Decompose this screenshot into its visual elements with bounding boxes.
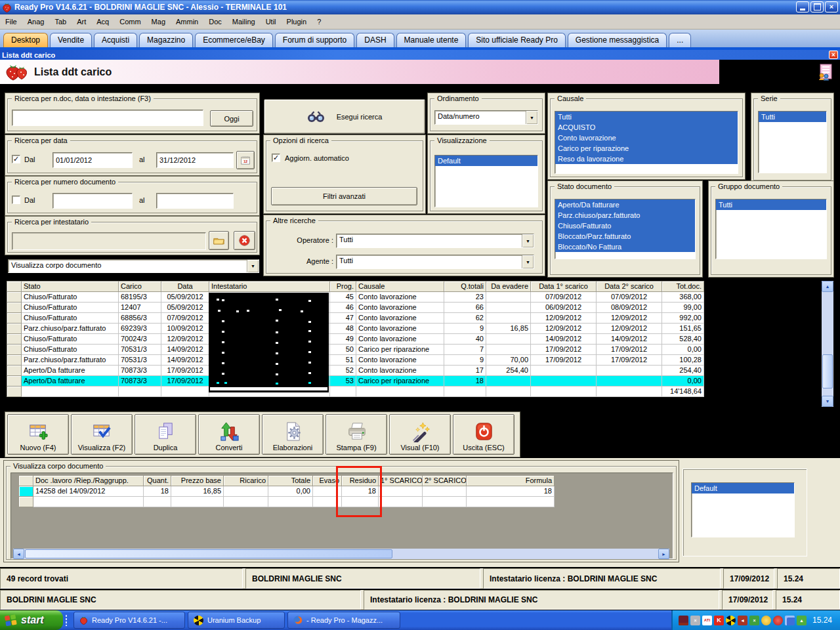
document-users-icon[interactable] (817, 64, 833, 81)
corpo-side-listbox[interactable]: Default (691, 482, 795, 537)
tab-sito[interactable]: Sito ufficiale Ready Pro (468, 33, 566, 47)
menu-help[interactable]: ? (312, 16, 326, 28)
column-header[interactable]: Tot.doc. (662, 282, 704, 292)
table-vscrollbar[interactable]: ▲ ▼ (822, 281, 833, 407)
stampa-button[interactable]: Stampa (F9) (326, 414, 387, 455)
column-header[interactable]: 2° SCARICO (423, 476, 467, 486)
menu-art[interactable]: Art (72, 16, 91, 28)
volume-icon[interactable]: ◄ (738, 616, 747, 625)
row-selector[interactable] (19, 486, 33, 497)
list-item[interactable]: Conto lavorazione (555, 133, 738, 143)
column-header[interactable]: Data 2° scarico (597, 282, 662, 292)
tab-manuale[interactable]: Manuale utente (396, 33, 467, 47)
number-from-checkbox[interactable] (12, 196, 20, 204)
chevron-down-icon[interactable]: ▼ (247, 260, 259, 272)
tab-messaggistica[interactable]: Gestione messaggistica (568, 33, 667, 47)
execute-search-button[interactable]: Esegui ricerca (264, 99, 425, 134)
column-header[interactable]: Da evadere (486, 282, 531, 292)
tab-forum[interactable]: Forum di supporto (275, 33, 354, 47)
scroll-down-icon[interactable]: ▼ (822, 396, 833, 407)
list-item[interactable]: Bloccato/No Fattura (555, 242, 695, 252)
close-button[interactable]: × (825, 1, 838, 12)
scroll-up-icon[interactable]: ▲ (822, 281, 833, 292)
table-row[interactable]: Chiuso/Fatturato68195/305/09/201245Conto… (7, 292, 704, 303)
clear-intestatario-button[interactable] (234, 231, 255, 250)
column-header[interactable]: Ricarico (224, 476, 268, 486)
menu-acq[interactable]: Acq (91, 16, 114, 28)
intestatario-input[interactable] (12, 232, 206, 250)
list-item[interactable]: Tutti (555, 112, 738, 122)
column-header[interactable]: Q.totali (444, 282, 486, 292)
taskbar-task-firefox[interactable]: - Ready Pro - Magazz... (287, 612, 400, 629)
row-selector[interactable] (7, 387, 22, 397)
menu-doc[interactable]: Doc (203, 16, 227, 28)
list-item[interactable]: Parz.chiuso/parz.fatturato (555, 210, 695, 220)
column-header[interactable] (19, 476, 33, 486)
visualizza-button[interactable]: Visualizza (F2) (71, 414, 133, 455)
table-row[interactable]: Aperto/Da fatturare70873/317/09/201253Ca… (7, 376, 704, 387)
row-selector[interactable] (7, 303, 22, 313)
tab-desktop[interactable]: Desktop (3, 33, 48, 47)
hscroll-thumb[interactable] (25, 549, 392, 558)
causale-listbox[interactable]: Tutti ACQUISTO Conto lavorazione Carico … (555, 111, 738, 174)
network-icon[interactable] (785, 616, 795, 625)
list-item[interactable]: ACQUISTO (555, 122, 738, 133)
menu-file[interactable]: File (0, 16, 22, 28)
auto-update-checkbox[interactable]: ✓ (272, 154, 280, 162)
table-row[interactable]: 14'148,64 (7, 387, 704, 397)
scroll-left-icon[interactable]: ◄ (13, 549, 24, 559)
list-item[interactable]: Default (435, 156, 537, 166)
column-header[interactable]: Stato (22, 282, 119, 292)
list-item[interactable]: Bloccato/Parz.fatturato (555, 231, 695, 242)
advanced-filters-button[interactable]: Filtri avanzati (271, 187, 417, 205)
table-row[interactable]: Parz.chiuso/parz.fatturato69239/310/09/2… (7, 324, 704, 334)
nuovo-button[interactable]: Nuovo (F4) (7, 414, 69, 455)
elaborazioni-button[interactable]: Elaborazioni (262, 414, 324, 455)
search-doc-input[interactable] (12, 110, 203, 126)
list-item[interactable]: Tutti (716, 200, 826, 210)
list-item[interactable]: Reso da lavorazione (555, 154, 738, 164)
row-selector[interactable] (7, 376, 22, 387)
messenger-offline-icon[interactable]: × (749, 616, 759, 625)
inactive-gray-icon[interactable]: × (690, 616, 700, 625)
table-row[interactable]: Parz.chiuso/parz.fatturato70531/314/09/2… (7, 355, 704, 366)
kaspersky-icon[interactable]: K (714, 616, 724, 625)
uscita-button[interactable]: Uscita (ESC) (453, 414, 514, 455)
visualizzazione-listbox[interactable]: Default (434, 155, 538, 207)
today-button[interactable]: Oggi (210, 110, 253, 127)
column-header[interactable] (7, 282, 22, 292)
column-header[interactable]: Causale (356, 282, 444, 292)
list-item[interactable]: Aperto/Da fatturare (555, 200, 695, 210)
list-item[interactable]: Default (692, 483, 794, 494)
menu-ammin[interactable]: Ammin (171, 16, 203, 28)
usb-eject-icon[interactable]: ▲ (797, 616, 807, 625)
column-header[interactable]: Doc .lavoro /Riep./Raggrupp. (33, 476, 144, 486)
uranium-backup-icon[interactable] (726, 616, 736, 625)
number-to-input[interactable] (156, 193, 234, 209)
gruppo-documento-listbox[interactable]: Tutti (715, 199, 827, 259)
row-selector[interactable] (7, 324, 22, 334)
menu-plugin[interactable]: Plugin (282, 16, 312, 28)
taskbar-task-uranium[interactable]: Uranium Backup (188, 612, 285, 629)
table-row[interactable]: Chiuso/Fatturato70024/312/09/201249Conto… (7, 334, 704, 345)
duplica-button[interactable]: Duplica (135, 414, 196, 455)
chevron-down-icon[interactable]: ▼ (526, 111, 537, 124)
table-row[interactable]: 14258 del 14/09/20121816,850,001818 (19, 486, 555, 497)
corpo-hscrollbar[interactable]: ◄ ► (13, 549, 669, 559)
row-selector[interactable] (7, 313, 22, 324)
maximize-button[interactable] (810, 1, 824, 12)
date-to-input[interactable] (156, 152, 234, 168)
column-header[interactable]: 1° SCARICO (379, 476, 423, 486)
column-header[interactable]: Carico (119, 282, 161, 292)
tab-ecommerce[interactable]: Ecommerce/eBay (195, 33, 273, 47)
date-from-input[interactable] (52, 152, 133, 168)
taskbar-task-readypro[interactable]: Ready Pro V14.6.21 -... (74, 612, 185, 629)
serie-listbox[interactable]: Tutti (758, 111, 827, 173)
tab-magazzino[interactable]: Magazzino (139, 33, 193, 47)
menu-mag[interactable]: Mag (146, 16, 171, 28)
list-item[interactable]: Chiuso/Fatturato (555, 220, 695, 231)
row-selector[interactable] (7, 345, 22, 355)
column-header[interactable]: Prog. (330, 282, 356, 292)
menu-tab[interactable]: Tab (49, 16, 72, 28)
vscroll-thumb[interactable] (822, 354, 833, 388)
